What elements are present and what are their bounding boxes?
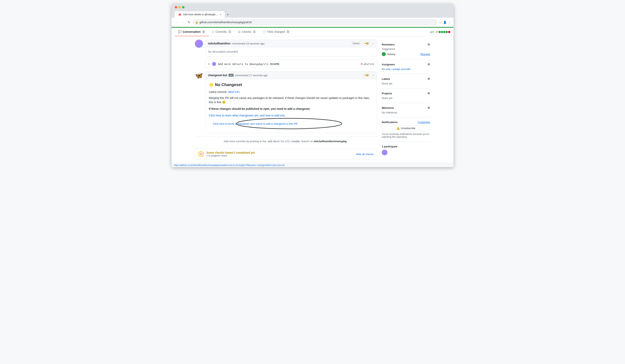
customize-link[interactable]: Customize [418,121,430,124]
first-comment-box: mitchellhamilton commented 19 seconds ag… [195,40,377,56]
tab-checks-label: Checks [242,30,251,33]
diff-block-2 [441,31,443,33]
reviewer-row: Noviny Request [382,52,430,56]
more-button-1[interactable]: ··· [372,42,374,45]
tab-title: Add more details to @manypk… [183,13,218,16]
boom-emoji: 🌟 [209,83,214,87]
bookmark-icon[interactable]: ☆ [439,21,441,24]
commits-icon: ◇ [212,30,214,33]
content-area: mitchellhamilton commented 19 seconds ag… [195,40,377,160]
pr-tabs: 💬 Conversation 1 ◇ Commits 1 ☑ Checks 1 … [172,28,453,36]
bot-comment-box: 🦋 changeset-bot bot commented 17 seconds… [195,71,377,133]
lock-icon: 🔒 [195,21,198,24]
sidebar-notifications: Notifications Customize 🔔 Unsubscribe Yo… [382,117,430,142]
sidebar: Reviewers ⚙ Suggestions Noviny Request A… [382,40,430,160]
active-browser-tab[interactable]: 🐙 Add more details to @manypk… ✕ [175,11,225,18]
labels-label: Labels [382,77,390,81]
checks-header: Some checks haven't completed yet 1 in p… [195,149,377,160]
suggestions-label: Suggestions [382,48,430,51]
status-url: https://github.com/mitchellhamilton/many… [174,164,284,166]
tab-favicon: 🐙 [178,13,181,16]
main-layout: mitchellhamilton commented 19 seconds ag… [192,36,433,163]
commit-mini-avatar [212,62,216,66]
repo-name: mitchellhamilton/manypkg [314,140,347,143]
milestone-gear-icon[interactable]: ⚙ [428,106,430,110]
sidebar-milestone: Milestone ⚙ No milestone [382,103,430,117]
files-icon: 📄 [263,30,266,33]
emoji-button-1[interactable]: +😊 [363,41,370,45]
projects-gear-icon[interactable]: ⚙ [428,92,430,95]
tab-checks[interactable]: ☑ Checks 1 [235,28,259,36]
diff-additions: +27 [430,30,434,34]
latest-commit-row: Latest commit: a0af141 [209,90,374,93]
notifications-label: Notifications [382,121,398,124]
reviewers-label: Reviewers [382,43,395,46]
traffic-light-red[interactable] [175,6,177,8]
checks-badge: 1 [252,30,256,33]
traffic-light-yellow[interactable] [178,6,181,8]
notifications-header: Notifications Customize [382,121,430,124]
circle-highlight-container: Click here if you're a maintainer who wa… [209,120,374,127]
tab-commits-label: Commits [216,30,226,33]
checks-title: Some checks haven't completed yet [206,151,255,154]
sidebar-participants: 1 participant [382,142,430,159]
diff-block-3 [443,31,445,33]
maintainer-link[interactable]: Click here if you're a maintainer who wa… [213,122,298,125]
bot-comment: changeset-bot bot commented 17 seconds a… [205,71,377,133]
address-bar[interactable]: 🔒 github.com/mitchellhamilton/manypkg/pu… [193,19,437,25]
conversation-badge: 1 [202,30,206,33]
checks-spinner [198,151,204,157]
tab-conversation-label: Conversation [183,30,201,33]
assignees-gear-icon[interactable]: ⚙ [428,63,430,66]
status-bar: https://github.com/mitchellhamilton/many… [172,163,453,167]
new-tab-button[interactable]: + [225,12,231,18]
commit-reference: ⊙ Add more details to @manypkg/cli READM… [205,60,377,68]
more-button-2[interactable]: ··· [372,74,374,77]
browser-toolbar: ← → ↻ 🔒 github.com/mitchellhamilton/many… [172,18,453,27]
forward-button[interactable]: → [180,20,185,25]
push-notice: Add more commits by pushing to the add-m… [195,136,377,146]
first-comment: mitchellhamilton commented 19 seconds ag… [205,40,377,56]
changeset-body-text2: If these changes should be published to … [209,107,374,111]
user-avatar[interactable]: 👤 [443,21,447,24]
unsubscribe-button[interactable]: 🔔 Unsubscribe [382,125,430,131]
watching-text: You're receiving notifications because y… [382,133,430,138]
tab-commits[interactable]: ◇ Commits 1 [209,28,235,36]
commit-hash: a0af141 [363,62,374,66]
traffic-light-green[interactable] [182,6,185,8]
sidebar-reviewers: Reviewers ⚙ Suggestions Noviny Request [382,40,430,59]
labels-value: None yet [382,82,430,85]
checks-subtitle: 1 in progress check [206,154,255,157]
diff-block-1 [438,31,440,33]
emoji-button-2[interactable]: +😊 [363,73,370,77]
conversation-icon: 💬 [178,30,181,33]
tab-conversation[interactable]: 💬 Conversation 1 [175,28,209,36]
milestone-title-row: Milestone ⚙ [382,106,430,110]
latest-commit-link[interactable]: a0af141 [228,90,240,93]
tab-files-changed[interactable]: 📄 Files changed 3 [259,28,293,36]
back-button[interactable]: ← [174,20,179,25]
request-link[interactable]: Request [420,53,430,56]
reload-button[interactable]: ↻ [187,20,191,25]
assignees-label: Assignees [382,63,395,66]
reviewer-avatar [382,52,386,56]
reviewers-gear-icon[interactable]: ⚙ [428,43,430,46]
hide-checks-button[interactable]: Hide all checks [356,153,374,156]
owner-badge: Owner [351,41,361,45]
author-avatar [195,40,203,48]
labels-title-row: Labels ⚙ [382,77,430,81]
checks-box: Some checks haven't completed yet 1 in p… [195,148,377,160]
reviewers-title-row: Reviewers ⚙ [382,43,430,46]
labels-gear-icon[interactable]: ⚙ [428,77,430,81]
diff-blocks [438,31,450,33]
no-changeset-title: 🌟 No Changeset [209,82,374,87]
commit-name: Add more details to @manypkg/cli README [218,62,280,66]
commit-dot [361,63,362,65]
bot-comment-author: changeset-bot [208,74,227,77]
menu-icon[interactable]: ⋮ [448,21,451,24]
tab-close-icon[interactable]: ✕ [219,13,221,16]
assignees-title-row: Assignees ⚙ [382,63,430,66]
reviewer-name: Noviny [387,53,395,56]
first-comment-header: mitchellhamilton commented 19 seconds ag… [206,40,377,47]
learn-link[interactable]: Click here to learn what changesets are,… [209,114,285,117]
